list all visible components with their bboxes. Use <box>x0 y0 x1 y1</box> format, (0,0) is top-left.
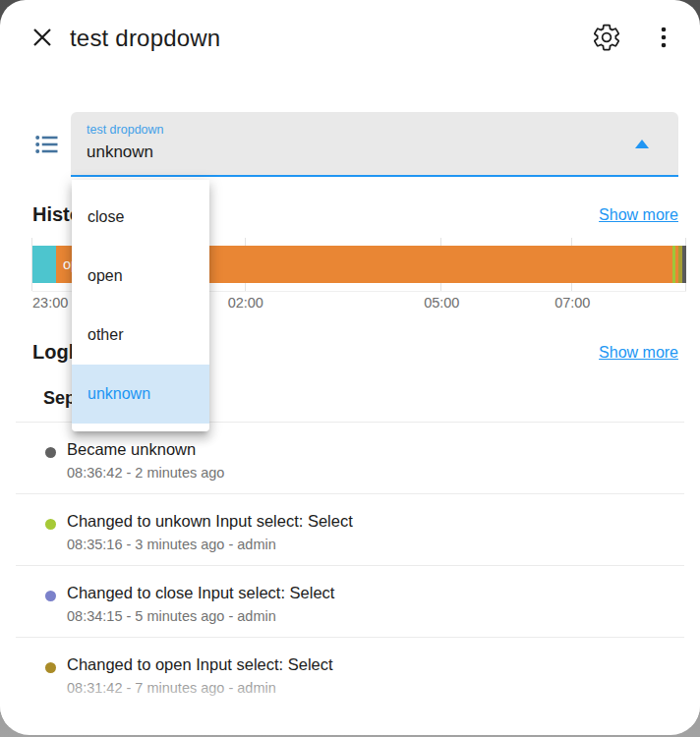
entry-title: Changed to unkown Input select: Select <box>67 510 676 532</box>
select-field-label: test dropdown <box>87 123 663 137</box>
select-field-value: unknown <box>87 142 663 162</box>
entry-state-dot <box>45 519 56 530</box>
entry-timestamp: 08:35:16 - 3 minutes ago - admin <box>67 535 676 554</box>
settings-button[interactable] <box>592 23 621 55</box>
logbook-show-more-link[interactable]: Show more <box>599 344 678 362</box>
dialog-title: test dropdown <box>70 25 220 52</box>
timeline-segment-0 <box>32 246 56 283</box>
entry-timestamp: 08:36:42 - 2 minutes ago <box>67 463 676 482</box>
entry-title: Became unknown <box>67 438 676 460</box>
more-options-button[interactable] <box>657 25 671 53</box>
timeline-segment-5 <box>682 246 686 283</box>
entry-state-dot <box>45 662 56 673</box>
entry-state-dot <box>45 447 56 458</box>
entry-timestamp: 08:34:15 - 5 minutes ago - admin <box>67 606 676 626</box>
entry-title: Changed to open Input select: Select <box>67 653 676 675</box>
close-icon <box>32 28 52 50</box>
menu-option-unknown[interactable]: unknown <box>72 365 209 424</box>
axis-tick-02:00: 02:00 <box>228 295 263 311</box>
axis-tick-23:00: 23:00 <box>32 295 68 311</box>
entry-timestamp: 08:31:42 - 7 minutes ago - admin <box>67 678 676 698</box>
dropdown-menu: closeopenotherunknown <box>72 180 209 431</box>
axis-tick-05:00: 05:00 <box>424 295 459 311</box>
entity-dialog: test dropdown <box>0 0 700 735</box>
axis-tick-07:00: 07:00 <box>554 295 590 311</box>
logbook-entry[interactable]: Changed to open Input select: Select08:3… <box>16 638 684 709</box>
dialog-header: test dropdown <box>0 0 700 77</box>
caret-up-icon <box>635 140 649 148</box>
history-show-more-link[interactable]: Show more <box>599 206 678 224</box>
logbook-list: Became unknown08:36:42 - 2 minutes agoCh… <box>16 422 684 709</box>
entry-state-dot <box>45 591 56 601</box>
close-button[interactable] <box>32 28 52 50</box>
menu-option-open[interactable]: open <box>72 247 209 306</box>
logbook-entry[interactable]: Became unknown08:36:42 - 2 minutes ago <box>16 423 684 494</box>
dropdown-select-field[interactable]: test dropdown unknown <box>71 112 678 177</box>
entry-title: Changed to close Input select: Select <box>67 582 676 603</box>
format-list-bulleted-icon <box>33 131 61 158</box>
menu-option-other[interactable]: other <box>72 306 209 365</box>
menu-option-close[interactable]: close <box>72 188 209 247</box>
logbook-entry[interactable]: Changed to unkown Input select: Select08… <box>16 494 684 566</box>
logbook-entry[interactable]: Changed to close Input select: Select08:… <box>16 566 684 638</box>
gear-icon <box>592 23 621 55</box>
kebab-menu-icon <box>657 25 671 53</box>
